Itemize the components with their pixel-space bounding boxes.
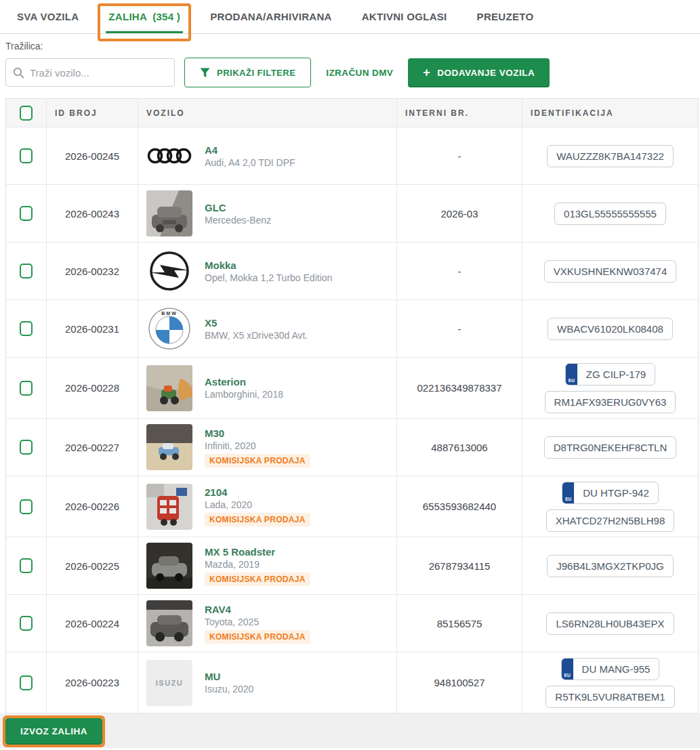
internal-number: - bbox=[397, 127, 522, 184]
vin-chip[interactable]: 013GL55555555555 bbox=[554, 203, 666, 225]
row-checkbox[interactable] bbox=[20, 148, 33, 163]
vehicle-id: 2026-00223 bbox=[47, 652, 138, 713]
select-all-checkbox[interactable] bbox=[20, 106, 33, 121]
row-checkbox[interactable] bbox=[20, 499, 33, 514]
vin-number: D8TRG0NEKEHF8CTLN bbox=[545, 437, 676, 458]
vehicle-title-link[interactable]: M30 bbox=[205, 428, 310, 439]
table-row[interactable]: 2026-00245 A4 Audi, A4 2,0 TDI DPF - WAU… bbox=[6, 127, 698, 185]
filter-funnel-icon bbox=[200, 68, 210, 78]
vin-chip[interactable]: WAUZZZ8K7BA147322 bbox=[547, 145, 674, 167]
internal-number: 2026-03 bbox=[397, 185, 522, 242]
vehicle-id: 2026-00227 bbox=[47, 419, 138, 476]
vehicle-subtitle: Lamborghini, 2018 bbox=[205, 389, 283, 400]
vin-chip[interactable]: WBACV61020LK08408 bbox=[548, 318, 673, 340]
row-checkbox[interactable] bbox=[20, 440, 33, 455]
table-row[interactable]: 2026-00224 RAV4 Toyota, 2025 KOMISIJSKA … bbox=[6, 595, 698, 652]
svg-text:BMW: BMW bbox=[161, 311, 178, 316]
vin-number: J96B4L3MGX2TKP0JG bbox=[548, 556, 672, 577]
table-row[interactable]: 2026-00232 Mokka Opel, Mokka 1,2 Turbo E… bbox=[6, 243, 698, 300]
table-row[interactable]: 2026-00227 M30 Infiniti, 2020 KOMISIJSKA… bbox=[6, 419, 698, 476]
export-stock-button[interactable]: IZVOZ ZALIHA bbox=[5, 718, 102, 745]
commission-sale-badge: KOMISIJSKA PRODAJA bbox=[205, 630, 310, 644]
license-plate-chip[interactable]: EUZG CILP-179 bbox=[565, 363, 655, 386]
table-row[interactable]: 2026-00243 GLC Mercedes-Benz 2026-03 013… bbox=[6, 185, 698, 243]
table-row[interactable]: 2026-00228 Asterion Lamborghini, 2018 02… bbox=[6, 358, 698, 419]
commission-sale-badge: KOMISIJSKA PRODAJA bbox=[205, 572, 310, 586]
vin-chip[interactable]: RM1AFX93ERUG0VY63 bbox=[545, 391, 676, 413]
vin-chip[interactable]: D8TRG0NEKEHF8CTLN bbox=[544, 436, 677, 459]
tab-preuzeto[interactable]: PREUZETO bbox=[477, 0, 534, 33]
vin-chip[interactable]: R5TK9L5VUR8ATBEM1 bbox=[545, 686, 674, 708]
tab-bar: SVA VOZILA ZALIHA (354 ) PRODANA/ARHIVIR… bbox=[0, 0, 700, 34]
vehicle-id: 2026-00245 bbox=[47, 127, 138, 184]
vin-chip[interactable]: VXKUSHNEKNW037474 bbox=[544, 260, 677, 283]
tab-sva-vozila[interactable]: SVA VOZILA bbox=[17, 0, 79, 33]
vehicle-photo-thumbnail bbox=[146, 424, 192, 470]
vin-number: XHATCD27H2N5BLH98 bbox=[547, 510, 674, 531]
row-checkbox[interactable] bbox=[20, 321, 33, 336]
isuzu-logo-placeholder: ISUZU bbox=[146, 660, 192, 706]
vehicle-id: 2026-00243 bbox=[47, 185, 138, 242]
vehicle-title-link[interactable]: 2104 bbox=[205, 486, 310, 498]
row-checkbox[interactable] bbox=[20, 675, 33, 690]
vehicle-title-link[interactable]: GLC bbox=[205, 202, 271, 213]
vin-chip[interactable]: XHATCD27H2N5BLH98 bbox=[546, 509, 674, 532]
vehicle-id: 2026-00231 bbox=[47, 300, 138, 357]
vin-number: WBACV61020LK08408 bbox=[548, 318, 672, 339]
plus-icon: + bbox=[423, 66, 430, 79]
vin-number: RM1AFX93ERUG0VY63 bbox=[545, 392, 676, 413]
vehicle-title-link[interactable]: A4 bbox=[205, 144, 295, 156]
add-vehicle-button[interactable]: + DODAVANJE VOZILA bbox=[408, 58, 550, 87]
vehicle-subtitle: Mercedes-Benz bbox=[205, 215, 271, 226]
row-checkbox[interactable] bbox=[20, 558, 33, 573]
search-label: Tražilica: bbox=[5, 41, 695, 51]
table-row[interactable]: 2026-00225 MX 5 Roadster Mazda, 2019 KOM… bbox=[6, 537, 698, 595]
vin-chip[interactable]: J96B4L3MGX2TKP0JG bbox=[547, 555, 673, 577]
search-box bbox=[5, 58, 175, 87]
active-tab-underline bbox=[106, 31, 183, 33]
vehicle-subtitle: Infiniti, 2020 bbox=[205, 440, 310, 451]
vehicle-title-link[interactable]: RAV4 bbox=[205, 604, 310, 615]
internal-number: 022136349878337 bbox=[397, 358, 522, 418]
search-icon bbox=[13, 67, 24, 79]
table-row[interactable]: 2026-00226 2104 Lada, 2020 KOMISIJSKA PR… bbox=[6, 476, 698, 537]
tab-aktivni-oglasi[interactable]: AKTIVNI OGLASI bbox=[362, 0, 447, 33]
vehicle-photo-thumbnail bbox=[146, 484, 192, 530]
header-interni-br: INTERNI BR. bbox=[397, 99, 522, 127]
toolbar: Tražilica: PRIKAŽI FILTERE IZRAČUN DMV +… bbox=[0, 34, 700, 98]
row-checkbox[interactable] bbox=[20, 264, 33, 278]
license-plate-chip[interactable]: EUDU HTGP-942 bbox=[562, 482, 659, 504]
tab-zaliha[interactable]: ZALIHA (354 ) bbox=[108, 0, 180, 33]
table-row[interactable]: 2026-00231 BMW X5 BMW, X5 xDrive30d Avt.… bbox=[6, 300, 698, 358]
vehicle-subtitle: Toyota, 2025 bbox=[205, 617, 310, 627]
vehicle-table: ID BROJ VOZILO INTERNI BR. IDENTIFIKACIJ… bbox=[5, 98, 699, 713]
internal-number: 4887613006 bbox=[397, 419, 522, 476]
add-vehicle-label: DODAVANJE VOZILA bbox=[437, 68, 535, 78]
annotation-rectangle: IZVOZ ZALIHA bbox=[3, 715, 105, 747]
table-header-row: ID BROJ VOZILO INTERNI BR. IDENTIFIKACIJ… bbox=[6, 99, 698, 127]
vin-number: WAUZZZ8K7BA147322 bbox=[548, 146, 673, 167]
row-checkbox[interactable] bbox=[20, 381, 33, 396]
tab-prodana-arhivirana[interactable]: PRODANA/ARHIVIRANA bbox=[210, 0, 332, 33]
tab-label: ZALIHA bbox=[108, 11, 147, 22]
license-plate-chip[interactable]: EUDU MANG-955 bbox=[561, 658, 660, 680]
row-checkbox[interactable] bbox=[20, 616, 33, 631]
vehicle-photo-thumbnail bbox=[146, 190, 192, 236]
commission-sale-badge: KOMISIJSKA PRODAJA bbox=[205, 513, 310, 526]
vehicle-title-link[interactable]: MX 5 Roadster bbox=[205, 546, 310, 558]
vehicle-title-link[interactable]: Mokka bbox=[205, 259, 332, 271]
tab-count-badge: (354 ) bbox=[152, 11, 180, 22]
internal-number: 85156575 bbox=[397, 595, 522, 652]
vehicle-subtitle: Opel, Mokka 1,2 Turbo Edition bbox=[205, 272, 332, 283]
vehicle-title-link[interactable]: X5 bbox=[205, 317, 308, 329]
show-filters-button[interactable]: PRIKAŽI FILTERE bbox=[184, 58, 311, 87]
vin-chip[interactable]: LS6RN28LH0UB43EPX bbox=[546, 612, 674, 635]
search-input[interactable] bbox=[30, 67, 167, 79]
row-checkbox[interactable] bbox=[20, 206, 33, 221]
vehicle-photo-thumbnail bbox=[146, 543, 192, 589]
vehicle-title-link[interactable]: Asterion bbox=[205, 376, 283, 388]
dmv-calculation-link[interactable]: IZRAČUN DMV bbox=[326, 68, 393, 78]
eu-plate-strip: EU bbox=[566, 364, 577, 385]
vehicle-title-link[interactable]: MU bbox=[205, 671, 253, 682]
table-row[interactable]: 2026-00223 ISUZU MU Isuzu, 2020 94810052… bbox=[6, 652, 698, 713]
